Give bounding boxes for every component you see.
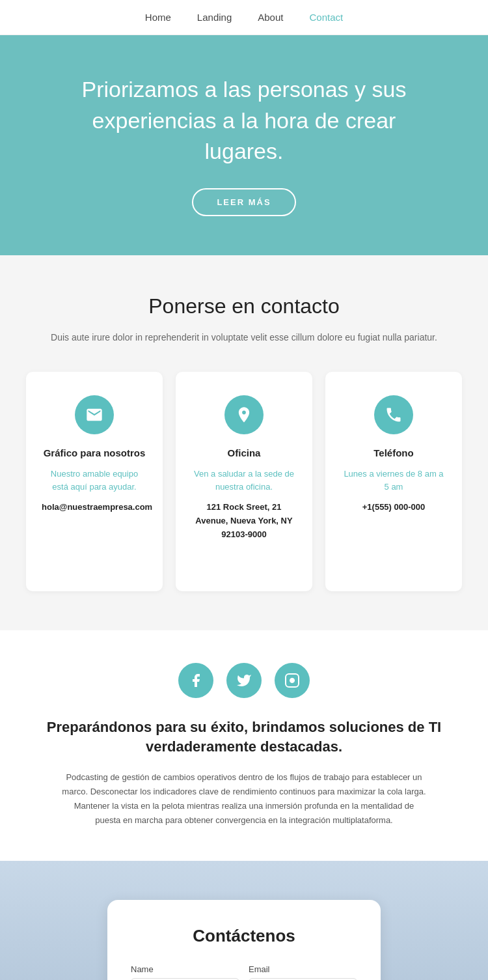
card-phone-teal: Lunes a viernes de 8 am a 5 am (341, 468, 446, 495)
email-icon (75, 395, 114, 434)
nav-contact[interactable]: Contact (309, 12, 343, 23)
contact-title: Ponerse en contacto (26, 294, 462, 318)
navigation: Home Landing About Contact (0, 0, 488, 35)
card-office: Oficina Ven a saludar a la sede de nuest… (176, 372, 312, 591)
hero-section: Priorizamos a las personas y sus experie… (0, 35, 488, 255)
card-email-teal: Nuestro amable equipo está aquí para ayu… (42, 468, 147, 495)
card-email-title: Gráfico para nosotros (42, 447, 147, 458)
twitter-icon[interactable] (226, 663, 262, 698)
hero-title: Priorizamos a las personas y sus experie… (52, 74, 436, 167)
form-section: Contáctenos Name Email Message Gallery (0, 861, 488, 980)
name-input[interactable] (131, 978, 239, 980)
form-group-email: Email (249, 964, 357, 980)
social-description: Podcasting de gestión de cambios operati… (62, 770, 426, 828)
contact-description: Duis aute irure dolor in reprehenderit i… (26, 330, 462, 346)
card-email-address: hola@nuestraempresa.com (42, 501, 147, 514)
location-icon (224, 395, 264, 434)
facebook-icon[interactable] (178, 663, 213, 698)
nav-about[interactable]: About (258, 12, 283, 23)
hero-button[interactable]: LEER MÁS (192, 188, 295, 216)
email-label: Email (249, 964, 357, 974)
contact-cards: Gráfico para nosotros Nuestro amable equ… (26, 372, 462, 591)
form-row-name-email: Name Email (131, 964, 357, 980)
phone-icon (374, 395, 413, 434)
form-group-name: Name (131, 964, 239, 980)
card-phone-title: Teléfono (341, 447, 446, 458)
social-icons-group (26, 663, 462, 698)
form-title: Contáctenos (131, 926, 357, 946)
nav-home[interactable]: Home (145, 12, 171, 23)
card-email: Gráfico para nosotros Nuestro amable equ… (26, 372, 163, 591)
instagram-icon[interactable] (275, 663, 310, 698)
card-office-teal: Ven a saludar a la sede de nuestra ofici… (191, 468, 297, 495)
contact-info-section: Ponerse en contacto Duis aute irure dolo… (0, 255, 488, 630)
email-input[interactable] (249, 978, 357, 980)
card-office-title: Oficina (191, 447, 297, 458)
card-phone-number: +1(555) 000-000 (341, 501, 446, 514)
social-title: Preparándonos para su éxito, brindamos s… (26, 718, 462, 758)
nav-landing[interactable]: Landing (197, 12, 232, 23)
card-office-address: 121 Rock Sreet, 21 Avenue, Nueva York, N… (191, 501, 297, 541)
name-label: Name (131, 964, 239, 974)
social-section: Preparándonos para su éxito, brindamos s… (0, 630, 488, 861)
card-phone: Teléfono Lunes a viernes de 8 am a 5 am … (325, 372, 462, 591)
contact-form-card: Contáctenos Name Email Message Gallery (107, 900, 381, 980)
